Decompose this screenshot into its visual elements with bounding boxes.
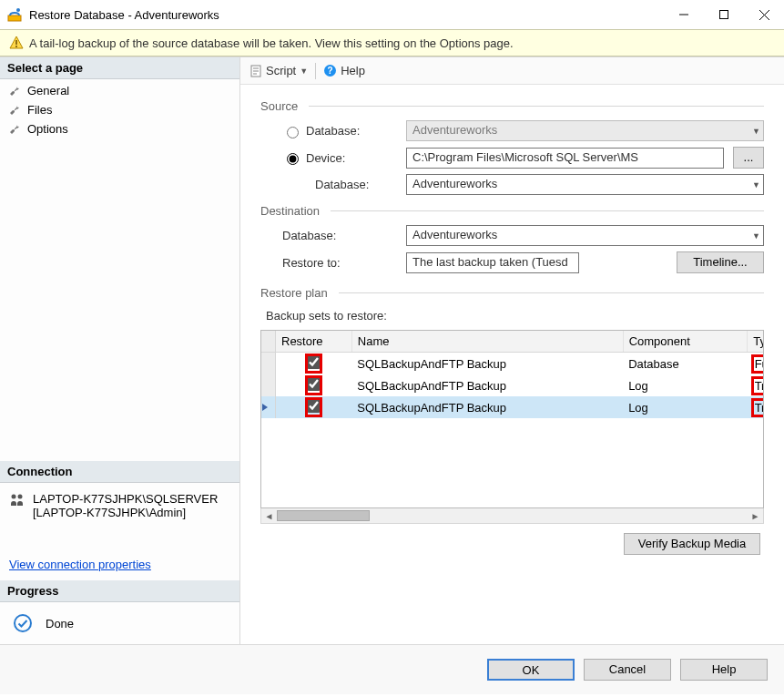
restore-plan-label: Restore plan — [260, 286, 328, 300]
server-icon — [9, 492, 25, 508]
source-database-radio[interactable] — [287, 127, 299, 138]
view-connection-properties-link[interactable]: View connection properties — [9, 558, 151, 571]
dest-db-label: Database: — [260, 229, 406, 242]
cell-type: Transaction Log — [753, 400, 764, 415]
svg-point-9 — [12, 495, 16, 499]
backup-sets-label: Backup sets to restore: — [260, 307, 764, 330]
restore-to-field[interactable]: The last backup taken (Tuesd — [406, 252, 579, 273]
restore-to-label: Restore to: — [260, 256, 406, 270]
source-device-radio[interactable] — [287, 153, 299, 165]
cell-component: Database — [623, 353, 748, 375]
app-icon — [7, 7, 22, 22]
svg-point-10 — [18, 495, 23, 499]
source-db-sub-combo[interactable]: Adventureworks — [406, 174, 764, 195]
user-name: [LAPTOP-K77SJHPK\Admin] — [33, 506, 218, 519]
titlebar: Restore Database - Adventureworks — [0, 0, 784, 29]
timeline-button[interactable]: Timeline... — [677, 251, 764, 273]
horizontal-scrollbar[interactable]: ◄ ► — [260, 508, 764, 524]
cell-type: Full — [753, 356, 764, 372]
browse-device-button[interactable]: ... — [733, 147, 764, 169]
window-title: Restore Database - Adventureworks — [29, 8, 664, 22]
left-pane: Select a page General Files Options Conn… — [0, 57, 240, 644]
page-label: General — [27, 84, 69, 97]
source-database-radio-row[interactable]: Database: — [260, 124, 406, 138]
page-options[interactable]: Options — [0, 119, 239, 138]
scroll-right-icon[interactable]: ► — [748, 511, 763, 521]
ok-button[interactable]: OK — [487, 659, 575, 681]
right-pane: Script ▼ ? Help Source Database: Adventu… — [240, 57, 784, 644]
wrench-icon — [9, 104, 22, 117]
connection-info: LAPTOP-K77SJHPK\SQLSERVER [LAPTOP-K77SJH… — [0, 483, 239, 580]
restore-checkbox[interactable] — [307, 377, 321, 391]
table-row[interactable]: SQLBackupAndFTP Backup Log Transaction L… — [261, 396, 764, 418]
chevron-down-icon[interactable]: ▼ — [752, 231, 760, 241]
source-database-combo: Adventureworks — [406, 120, 764, 141]
page-files[interactable]: Files — [0, 100, 239, 119]
source-db-sub-label: Database: — [260, 178, 406, 191]
svg-point-11 — [15, 615, 31, 631]
svg-point-1 — [16, 8, 20, 12]
scroll-thumb[interactable] — [277, 508, 748, 523]
chevron-down-icon[interactable]: ▼ — [752, 180, 760, 190]
progress-heading: Progress — [0, 580, 239, 602]
page-general[interactable]: General — [0, 81, 239, 100]
dest-db-combo[interactable]: Adventureworks — [406, 225, 764, 246]
svg-point-8 — [15, 46, 17, 47]
wrench-icon — [9, 123, 22, 136]
col-type[interactable]: Type — [748, 331, 764, 353]
page-label: Files — [27, 103, 52, 117]
source-device-label: Device: — [306, 151, 345, 165]
warning-icon — [9, 36, 24, 50]
help-footer-button[interactable]: Help — [680, 659, 768, 681]
close-button[interactable] — [744, 0, 784, 29]
wrench-icon — [9, 85, 22, 97]
source-group-label: Source — [260, 99, 298, 113]
destination-group-label: Destination — [260, 204, 320, 218]
verify-backup-button[interactable]: Verify Backup Media — [624, 533, 760, 555]
restore-checkbox[interactable] — [307, 355, 321, 369]
device-path-field[interactable]: C:\Program Files\Microsoft SQL Server\MS — [406, 148, 724, 169]
page-label: Options — [27, 122, 68, 136]
script-icon — [249, 65, 262, 77]
table-row[interactable]: SQLBackupAndFTP Backup Log Transaction L… — [261, 374, 764, 396]
cell-type: Transaction Log — [753, 378, 764, 394]
chevron-down-icon: ▼ — [300, 67, 308, 76]
backup-sets-table: Restore Name Component Type Server SQLBa… — [260, 330, 764, 508]
col-name[interactable]: Name — [351, 331, 623, 353]
cell-name: SQLBackupAndFTP Backup — [351, 396, 623, 418]
cell-name: SQLBackupAndFTP Backup — [351, 353, 623, 375]
source-group: Source — [260, 99, 764, 113]
chevron-down-icon: ▼ — [752, 127, 760, 136]
source-device-radio-row[interactable]: Device: — [260, 150, 406, 165]
rowheader-corner — [261, 331, 276, 353]
script-label: Script — [266, 64, 296, 77]
script-button[interactable]: Script ▼ — [249, 64, 308, 77]
svg-text:?: ? — [328, 66, 333, 76]
maximize-button[interactable] — [704, 0, 744, 29]
svg-rect-3 — [720, 11, 728, 19]
info-bar: A tail-log backup of the source database… — [0, 29, 784, 56]
col-component[interactable]: Component — [623, 331, 748, 353]
connection-heading: Connection — [0, 461, 239, 483]
restore-plan-group: Restore plan — [260, 286, 764, 300]
cancel-button[interactable]: Cancel — [584, 659, 671, 681]
progress-text: Done — [46, 617, 74, 630]
row-indicator-icon — [261, 403, 269, 412]
select-page-heading: Select a page — [0, 57, 239, 79]
col-restore[interactable]: Restore — [276, 331, 352, 353]
help-icon: ? — [323, 64, 337, 77]
table-row[interactable]: SQLBackupAndFTP Backup Database Full LAP… — [261, 353, 764, 375]
restore-checkbox[interactable] — [307, 399, 321, 413]
done-icon — [13, 613, 33, 633]
scroll-left-icon[interactable]: ◄ — [261, 511, 277, 521]
source-database-label: Database: — [306, 124, 360, 138]
svg-marker-18 — [262, 404, 268, 411]
svg-rect-0 — [8, 15, 21, 21]
info-bar-text: A tail-log backup of the source database… — [29, 36, 514, 50]
destination-group: Destination — [260, 204, 764, 218]
separator — [315, 63, 316, 79]
help-button[interactable]: ? Help — [323, 64, 365, 77]
minimize-button[interactable] — [664, 0, 704, 29]
server-name: LAPTOP-K77SJHPK\SQLSERVER — [33, 492, 218, 506]
cell-component: Log — [623, 374, 748, 396]
